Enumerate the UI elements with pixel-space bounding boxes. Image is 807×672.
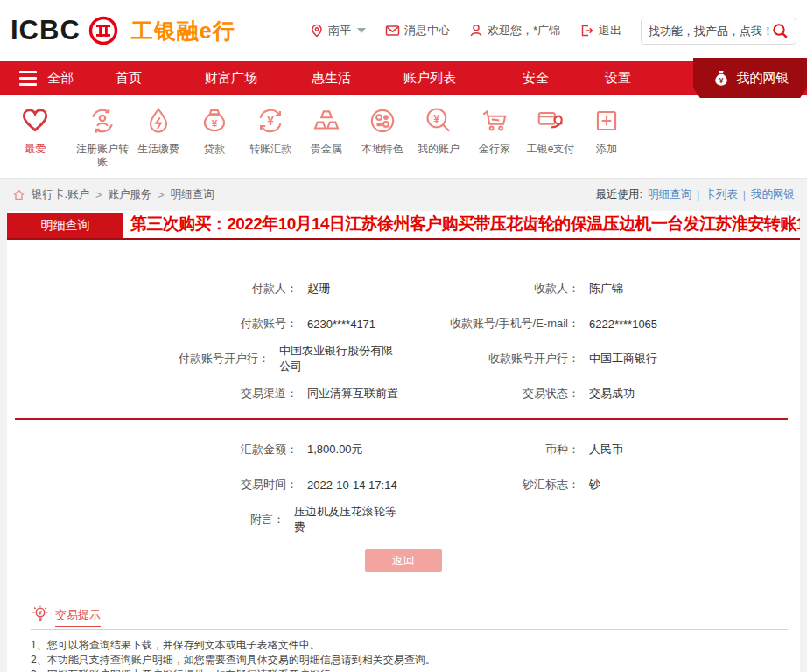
return-button[interactable]: 返回 <box>365 550 442 572</box>
shortcut-loan[interactable]: ¥ 贷款 <box>186 105 242 156</box>
nav-item-accounts[interactable]: 账户列表 <box>404 70 456 87</box>
shortcut-favorite[interactable]: 最爱 <box>5 105 65 156</box>
separator: | <box>697 189 699 201</box>
breadcrumb: 银行卡.账户 > 账户服务 > 明细查询 <box>12 187 214 202</box>
search-icon[interactable] <box>772 23 789 39</box>
shortcut-label: 本地特色 <box>356 143 409 156</box>
field-label: 交易状态： <box>403 386 579 402</box>
nav-item-wealth[interactable]: 财富广场 <box>205 70 257 87</box>
field-label: 附言： <box>7 512 284 528</box>
nav-item-life[interactable]: 惠生活 <box>312 70 351 87</box>
recent-link-card-list[interactable]: 卡列表 <box>705 187 738 202</box>
shortcut-label: 生活缴费 <box>132 143 185 156</box>
svg-text:¥: ¥ <box>267 115 274 128</box>
nav-item-security[interactable]: 安全 <box>523 70 549 87</box>
search-box[interactable] <box>641 18 796 45</box>
breadcrumb-item: 明细查询 <box>171 187 214 202</box>
shortcut-epay[interactable]: 工银e支付 <box>523 105 579 156</box>
nav-item-all[interactable]: 全部 <box>47 70 74 87</box>
bill-pay-icon <box>143 105 174 136</box>
field-label: 汇款金额： <box>7 442 298 458</box>
field-value: 中国农业银行股份有限公司 <box>279 343 403 374</box>
shortcut-bill-pay[interactable]: 生活缴费 <box>130 105 186 156</box>
main-nav: 全部 首页 财富广场 惠生活 账户列表 安全 设置 ¥ 我的网银 <box>0 61 807 94</box>
transfer-remit-icon: ¥ <box>255 105 286 136</box>
form-row: 交易时间：2022-10-14 17:14 钞汇标志：钞 <box>7 467 800 502</box>
shortcut-label: 金行家 <box>468 143 521 156</box>
welcome-user[interactable]: 欢迎您，*广锦 <box>469 23 560 38</box>
transaction-detail-form: 付款人：赵珊 收款人：陈广锦 付款账号：6230****4171 收款账号/手机… <box>7 240 800 581</box>
shortcut-register-transfer[interactable]: 注册账户转账 <box>74 105 130 169</box>
nav-item-home[interactable]: 首页 <box>116 70 142 87</box>
recent-link-detail-query[interactable]: 明细查询 <box>648 187 691 202</box>
shortcut-label: 贷款 <box>188 143 241 156</box>
breadcrumb-bar: 银行卡.账户 > 账户服务 > 明细查询 最近使用: 明细查询 | 卡列表 | … <box>0 178 807 211</box>
loan-icon: ¥ <box>199 105 230 136</box>
message-center-link[interactable]: 消息中心 <box>385 23 450 38</box>
field-value: 6230****4171 <box>307 318 375 331</box>
form-row: 附言：压边机及压花滚轮等费 <box>7 502 800 537</box>
button-row: 返回 <box>7 550 800 581</box>
shortcut-transfer[interactable]: ¥ 转账汇款 <box>242 105 298 156</box>
field-value: 同业清算互联前置 <box>307 386 398 402</box>
epay-card-icon <box>535 105 566 136</box>
shortcut-label: 添加 <box>580 143 633 156</box>
menu-icon[interactable] <box>19 71 37 86</box>
chevron-down-icon <box>357 28 366 33</box>
tips-title: 交易提示 <box>55 607 101 627</box>
field-value: 人民币 <box>589 442 623 458</box>
form-row: 交易渠道：同业清算互联前置 交易状态：交易成功 <box>7 376 800 411</box>
register-transfer-icon <box>87 105 118 136</box>
tab-detail-query[interactable]: 明细查询 <box>7 213 123 238</box>
field-label: 收款账号开户行： <box>403 351 579 367</box>
breadcrumb-item[interactable]: 账户服务 <box>108 187 151 202</box>
brand-name: 工银融e行 <box>131 17 235 46</box>
icbc-logo-text: ICBC <box>11 15 81 46</box>
breadcrumb-separator: > <box>158 189 164 201</box>
field-label: 交易渠道： <box>7 386 298 402</box>
field-value: 交易成功 <box>589 386 635 402</box>
my-ebank-ribbon[interactable]: ¥ 我的网银 <box>693 58 807 98</box>
field-value: 赵珊 <box>307 281 330 297</box>
form-row: 汇款金额：1,800.00元 币种：人民币 <box>7 432 800 467</box>
field-value: 中国工商银行 <box>589 351 657 367</box>
separator: | <box>743 189 746 201</box>
red-divider <box>15 418 788 420</box>
form-row: 付款人：赵珊 收款人：陈广锦 <box>7 271 800 306</box>
shortcut-label: 贵金属 <box>300 143 353 156</box>
shortcut-gold-dealer[interactable]: 金行家 <box>467 105 523 156</box>
field-value: 2022-10-14 17:14 <box>307 479 397 492</box>
nav-item-settings[interactable]: 设置 <box>605 70 631 87</box>
location-label: 南平 <box>328 23 351 38</box>
breadcrumb-separator: > <box>95 189 102 201</box>
recent-link-my-ebank[interactable]: 我的网银 <box>751 187 795 202</box>
message-center-label: 消息中心 <box>404 23 450 38</box>
welcome-label: 欢迎您，*广锦 <box>488 23 560 38</box>
form-row: 付款账号开户行：中国农业银行股份有限公司 收款账号开户行：中国工商银行 <box>7 341 800 376</box>
field-label: 收款人： <box>403 281 579 297</box>
shortcut-my-account[interactable]: ¥ 我的账户 <box>411 105 467 156</box>
field-label: 钞汇标志： <box>403 477 579 493</box>
svg-text:¥: ¥ <box>433 113 439 125</box>
shortcut-label: 工银e支付 <box>524 143 577 156</box>
icbc-logo: ICBC 工银融e行 <box>11 15 235 46</box>
shortcut-local-feature[interactable]: 本地特色 <box>354 105 411 156</box>
bulb-icon: ¥ <box>31 604 50 623</box>
shortcut-add[interactable]: 添加 <box>579 105 635 156</box>
logout-button[interactable]: 退出 <box>579 23 621 38</box>
shortcut-label: 转账汇款 <box>244 143 297 156</box>
tip-item: 3、网银互联账户明细由开户银行提供，如有疑问请联系开户银行。 <box>31 668 788 672</box>
shortcut-label: 注册账户转账 <box>76 143 129 169</box>
header: ICBC 工银融e行 南平 消息中心 <box>0 0 807 61</box>
icbc-logo-icon <box>88 15 119 46</box>
home-icon[interactable] <box>12 188 25 201</box>
shortcut-precious-metal[interactable]: 贵金属 <box>298 105 354 156</box>
search-input[interactable] <box>649 24 772 38</box>
svg-text:¥: ¥ <box>212 117 218 129</box>
logout-label: 退出 <box>599 23 621 38</box>
annotation-text: 第三次购买：2022年10月14日江苏徐州客户购买带压花齿轮的保温压边机一台发江… <box>130 213 800 235</box>
field-label: 付款人： <box>7 281 298 297</box>
field-label: 付款账号开户行： <box>7 351 270 367</box>
location-selector[interactable]: 南平 <box>310 23 366 38</box>
breadcrumb-item[interactable]: 银行卡.账户 <box>32 187 89 202</box>
